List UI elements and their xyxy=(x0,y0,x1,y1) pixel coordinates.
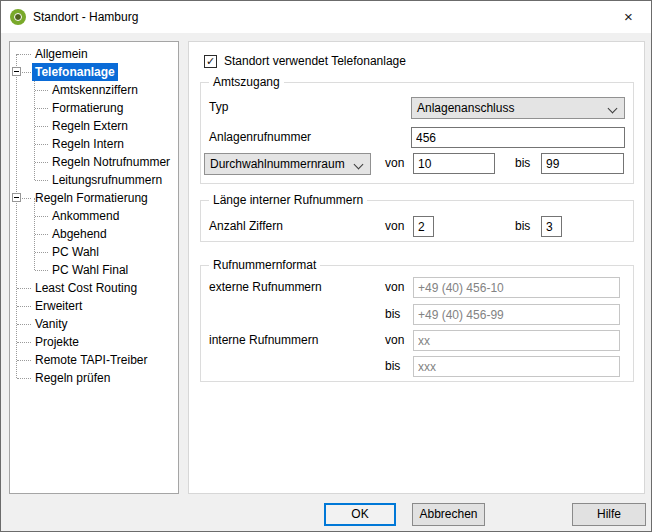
help-button[interactable]: Hilfe xyxy=(572,503,646,526)
interne-von-row: interne Rufnummern von xyxy=(201,330,633,352)
interne-rufnummern-label: interne Rufnummern xyxy=(209,333,318,347)
typ-dropdown[interactable]: Anlagenanschluss xyxy=(411,97,625,119)
interne-bis-input xyxy=(413,356,620,377)
nummernraum-von-input[interactable] xyxy=(413,153,495,174)
group-laenge-interner-rufnummern: Länge interner Rufnummern Anzahl Ziffern… xyxy=(200,200,634,242)
tree-item-pc-wahl[interactable]: PC Wahl xyxy=(10,243,178,261)
close-icon[interactable]: × xyxy=(606,1,651,32)
tree-item-allgemein[interactable]: Allgemein xyxy=(10,45,178,63)
titlebar: Standort - Hamburg × xyxy=(1,1,651,33)
tree-item-regeln-formatierung[interactable]: Regeln Formatierung xyxy=(10,189,178,207)
tree-list: Allgemein Telefonanlage Amtskennziffern … xyxy=(10,45,178,387)
tree-item-regeln-extern[interactable]: Regeln Extern xyxy=(10,117,178,135)
nummernraum-bis-input[interactable] xyxy=(541,153,624,174)
tree-collapse-icon[interactable] xyxy=(12,67,21,76)
anlagenrufnummer-input[interactable] xyxy=(411,127,625,148)
externe-bis-row: bis xyxy=(201,304,633,326)
externe-rufnummern-label: externe Rufnummern xyxy=(209,280,322,294)
nummernraum-dropdown-value: Durchwahlnummernraum xyxy=(210,157,345,171)
tree-item-projekte[interactable]: Projekte xyxy=(10,333,178,351)
bis-label: bis xyxy=(385,359,400,373)
group-title: Länge interner Rufnummern xyxy=(209,193,367,208)
nummernraum-dropdown[interactable]: Durchwahlnummernraum xyxy=(204,153,371,175)
use-pbx-checkbox[interactable]: ✓ xyxy=(204,55,217,68)
von-label: von xyxy=(385,219,404,233)
minus-icon xyxy=(14,71,19,72)
chevron-down-icon xyxy=(608,104,618,114)
von-label: von xyxy=(385,280,404,294)
tree-item-regeln-notrufnummer[interactable]: Regeln Notrufnummer xyxy=(10,153,178,171)
window-title: Standort - Hamburg xyxy=(33,1,138,33)
anlagenrufnummer-row: Anlagenrufnummer xyxy=(201,127,633,149)
typ-dropdown-value: Anlagenanschluss xyxy=(417,101,514,115)
cancel-button[interactable]: Abbrechen xyxy=(412,503,485,526)
bis-label: bis xyxy=(515,219,530,233)
nummernraum-row: Durchwahlnummernraum von bis xyxy=(201,153,633,175)
anlagenrufnummer-label: Anlagenrufnummer xyxy=(209,130,311,144)
tree-item-pc-wahl-final[interactable]: PC Wahl Final xyxy=(10,261,178,279)
externe-bis-input xyxy=(413,304,620,325)
app-icon xyxy=(10,9,26,25)
tree-collapse-icon[interactable] xyxy=(12,193,21,202)
ziffern-von-input[interactable] xyxy=(413,216,434,237)
tree-item-vanity[interactable]: Vanity xyxy=(10,315,178,333)
settings-panel: ✓ Standort verwendet Telefonanlage Amtsz… xyxy=(188,41,645,494)
tree-item-ankommend[interactable]: Ankommend xyxy=(10,207,178,225)
bis-label: bis xyxy=(515,156,530,170)
tree-item-leitungsrufnummern[interactable]: Leitungsrufnummern xyxy=(10,171,178,189)
tree-item-remote-tapi-treiber[interactable]: Remote TAPI-Treiber xyxy=(10,351,178,369)
minus-icon xyxy=(14,197,19,198)
anzahl-ziffern-row: Anzahl Ziffern von bis xyxy=(201,216,633,238)
chevron-down-icon xyxy=(354,160,364,170)
tree-item-formatierung[interactable]: Formatierung xyxy=(10,99,178,117)
bis-label: bis xyxy=(385,307,400,321)
interne-bis-row: bis xyxy=(201,356,633,378)
use-pbx-checkbox-label: Standort verwendet Telefonanlage xyxy=(224,54,406,68)
anzahl-ziffern-label: Anzahl Ziffern xyxy=(209,219,283,233)
tree-item-abgehend[interactable]: Abgehend xyxy=(10,225,178,243)
app-icon-core xyxy=(14,13,22,21)
tree-item-regeln-intern[interactable]: Regeln Intern xyxy=(10,135,178,153)
group-rufnummernformat: Rufnummernformat externe Rufnummern von … xyxy=(200,265,634,382)
group-title: Rufnummernformat xyxy=(209,258,320,273)
standort-dialog: Standort - Hamburg × Allgemein Telefonan… xyxy=(0,0,652,532)
group-title: Amtszugang xyxy=(209,75,284,90)
settings-tree: Allgemein Telefonanlage Amtskennziffern … xyxy=(9,41,179,494)
von-label: von xyxy=(385,156,404,170)
typ-label: Typ xyxy=(209,100,228,114)
externe-von-row: externe Rufnummern von xyxy=(201,277,633,299)
group-amtszugang: Amtszugang Typ Anlagenanschluss Anlagenr… xyxy=(200,82,634,184)
interne-von-input xyxy=(413,330,620,351)
checkmark-icon: ✓ xyxy=(206,55,215,67)
von-label: von xyxy=(385,333,404,347)
tree-item-erweitert[interactable]: Erweitert xyxy=(10,297,178,315)
tree-item-regeln-pruefen[interactable]: Regeln prüfen xyxy=(10,369,178,387)
typ-row: Typ Anlagenanschluss xyxy=(201,97,633,119)
tree-item-least-cost-routing[interactable]: Least Cost Routing xyxy=(10,279,178,297)
tree-item-amtskennziffern[interactable]: Amtskennziffern xyxy=(10,81,178,99)
externe-von-input xyxy=(413,277,620,298)
ok-button[interactable]: OK xyxy=(324,503,396,526)
tree-item-telefonanlage[interactable]: Telefonanlage xyxy=(10,63,178,81)
ziffern-bis-input[interactable] xyxy=(541,216,562,237)
